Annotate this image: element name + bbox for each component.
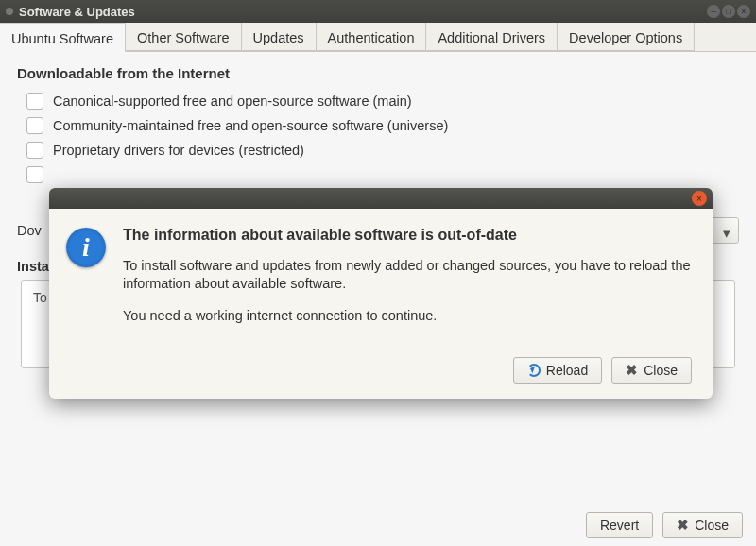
- reload-button[interactable]: Reload: [513, 357, 602, 384]
- dialog-close-button[interactable]: ✖ Close: [611, 357, 692, 384]
- dialog-close-icon[interactable]: ×: [692, 191, 707, 206]
- modal-overlay: × i The information about available soft…: [0, 0, 756, 546]
- outdated-info-dialog: × i The information about available soft…: [49, 188, 713, 399]
- dialog-title: The information about available software…: [123, 226, 692, 246]
- dialog-button-row: Reload ✖ Close: [49, 350, 713, 399]
- info-icon: i: [66, 228, 106, 267]
- reload-icon: [527, 364, 541, 377]
- dialog-message-2: You need a working internet connection t…: [123, 307, 692, 326]
- button-label: Close: [644, 363, 678, 378]
- close-icon: ✖: [626, 362, 638, 379]
- button-label: Reload: [546, 363, 588, 378]
- dialog-titlebar: ×: [49, 188, 713, 209]
- dialog-body: i The information about available softwa…: [49, 209, 713, 350]
- dialog-text: The information about available software…: [123, 226, 692, 338]
- dialog-message-1: To install software and updates from new…: [123, 257, 692, 294]
